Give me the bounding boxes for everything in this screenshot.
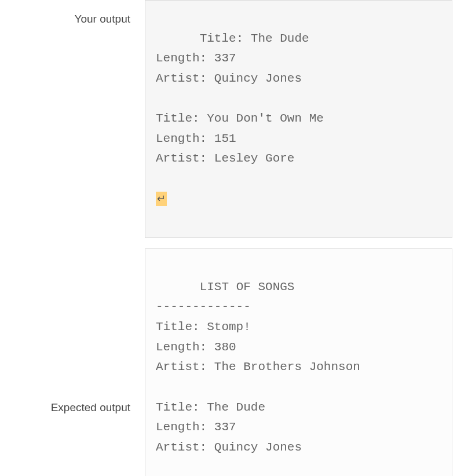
your-output-text: Title: The Dude Length: 337 Artist: Quin… xyxy=(156,32,324,166)
your-output-row: Your output Title: The Dude Length: 337 … xyxy=(0,0,457,238)
expected-output-text: LIST OF SONGS ------------- Title: Stomp… xyxy=(156,280,360,476)
expected-output-box: LIST OF SONGS ------------- Title: Stomp… xyxy=(145,248,452,476)
row-gap xyxy=(0,238,457,248)
label-text: Your output xyxy=(75,13,131,25)
output-comparison: Your output Title: The Dude Length: 337 … xyxy=(0,0,457,476)
expected-output-row: Expected output LIST OF SONGS ----------… xyxy=(0,248,457,476)
label-text: Expected output xyxy=(51,401,130,414)
your-output-label: Your output xyxy=(0,0,145,238)
expected-output-label: Expected output xyxy=(0,248,145,476)
your-output-box: Title: The Dude Length: 337 Artist: Quin… xyxy=(145,0,452,238)
newline-marker-icon: ↵ xyxy=(156,192,167,207)
